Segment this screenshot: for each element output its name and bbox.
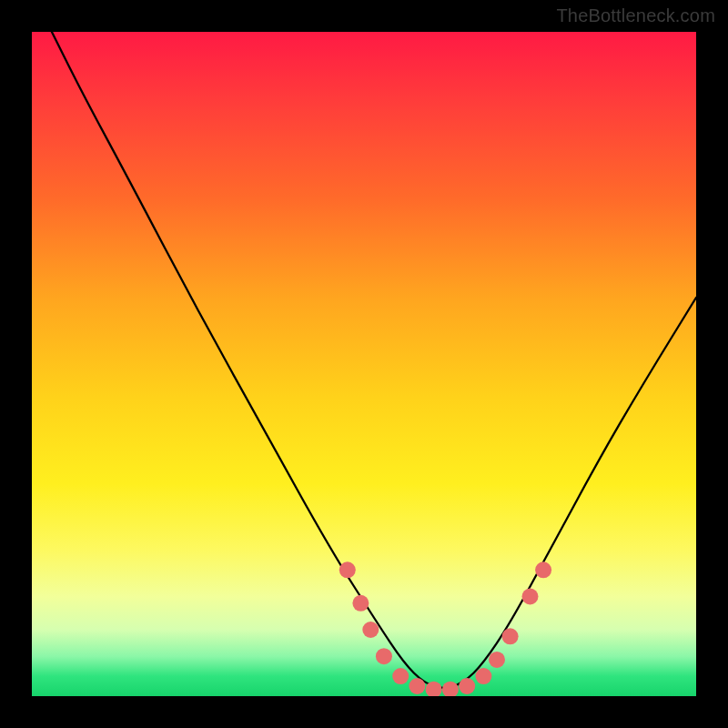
highlighted-points: [339, 561, 551, 696]
marker-point: [442, 682, 459, 696]
marker-point: [362, 622, 379, 638]
marker-point: [522, 589, 539, 605]
marker-point: [535, 561, 551, 578]
marker-point: [502, 628, 519, 644]
marker-point: [489, 652, 505, 668]
marker-point: [339, 561, 356, 578]
bottleneck-curve: [52, 32, 696, 688]
chart-frame: TheBottleneck.com: [0, 0, 728, 728]
attribution-text: TheBottleneck.com: [556, 5, 715, 26]
marker-point: [352, 595, 369, 612]
marker-point: [392, 668, 409, 684]
chart-svg: [32, 32, 696, 696]
marker-point: [409, 678, 425, 694]
marker-point: [475, 668, 491, 684]
marker-point: [459, 678, 475, 694]
marker-point: [376, 648, 392, 664]
plot-area: [32, 32, 696, 696]
